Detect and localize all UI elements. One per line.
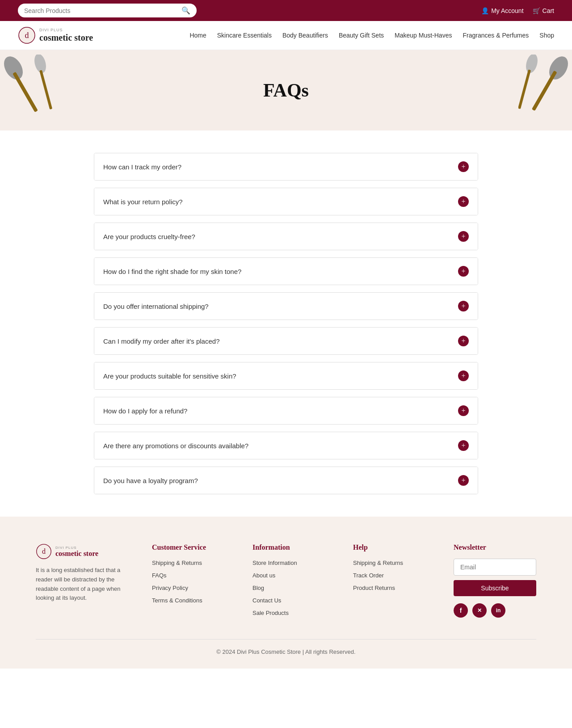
footer-tagline: It is a long established fact that a rea…	[36, 566, 134, 603]
copyright-text: © 2024 Divi Plus Cosmetic Store | All ri…	[216, 648, 355, 655]
footer-help-link[interactable]: Track Order	[353, 572, 384, 579]
faq-header[interactable]: What is your return policy?+	[94, 188, 478, 215]
svg-point-2	[0, 55, 26, 83]
faq-question: Can I modify my order after it's placed?	[103, 337, 219, 345]
faq-toggle-icon[interactable]: +	[458, 336, 469, 346]
faq-item: Are there any promotions or discounts av…	[94, 432, 478, 459]
information-links: Store InformationAbout usBlogContact UsS…	[252, 559, 335, 617]
footer-cs-link[interactable]: FAQs	[152, 572, 167, 579]
search-button[interactable]: 🔍	[181, 6, 190, 15]
footer-logo-area: d divi plus cosmetic store It is a long …	[36, 543, 134, 621]
faq-toggle-icon[interactable]: +	[458, 231, 469, 242]
footer-info-link[interactable]: Store Information	[252, 560, 297, 566]
footer-customer-service: Customer Service Shipping & ReturnsFAQsP…	[152, 543, 235, 621]
faq-header[interactable]: Do you offer international shipping?+	[94, 293, 478, 320]
faq-toggle-icon[interactable]: +	[458, 405, 469, 416]
nav-link[interactable]: Shop	[539, 32, 554, 39]
svg-text:d: d	[25, 31, 29, 40]
footer-help-link[interactable]: Product Returns	[353, 585, 395, 591]
help-links: Shipping & ReturnsTrack OrderProduct Ret…	[353, 559, 436, 592]
faq-question: Are your products suitable for sensitive…	[103, 372, 236, 380]
faq-item: Do you have a loyalty program?+	[94, 467, 478, 494]
footer-cs-link[interactable]: Terms & Conditions	[152, 597, 202, 604]
faq-toggle-icon[interactable]: +	[458, 161, 469, 172]
faq-toggle-icon[interactable]: +	[458, 196, 469, 207]
faq-toggle-icon[interactable]: +	[458, 301, 469, 311]
faq-question: Are your products cruelty-free?	[103, 233, 195, 240]
faq-item: How can I track my order?+	[94, 153, 478, 181]
svg-point-8	[524, 55, 540, 74]
footer-top: d divi plus cosmetic store It is a long …	[36, 543, 536, 621]
faq-header[interactable]: Are your products cruelty-free?+	[94, 223, 478, 250]
faq-toggle-icon[interactable]: +	[458, 440, 469, 451]
faq-toggle-icon[interactable]: +	[458, 370, 469, 381]
faq-item: What is your return policy?+	[94, 188, 478, 215]
top-bar-right: 👤 My Account 🛒 Cart	[481, 7, 554, 14]
footer-bottom: © 2024 Divi Plus Cosmetic Store | All ri…	[36, 639, 536, 655]
hero-brush-right	[492, 50, 572, 130]
customer-service-links: Shipping & ReturnsFAQsPrivacy PolicyTerm…	[152, 559, 235, 604]
help-heading: Help	[353, 543, 436, 551]
nav-links: HomeSkincare EssentialsBody BeautifiersB…	[189, 31, 554, 39]
nav-link[interactable]: Skincare Essentials	[217, 32, 272, 39]
footer-info-link[interactable]: Blog	[252, 585, 264, 591]
svg-rect-9	[518, 69, 531, 109]
site-logo[interactable]: d divi plus cosmetic store	[18, 26, 93, 44]
faq-header[interactable]: How can I track my order?+	[94, 153, 478, 180]
footer-divi-plus: divi plus	[55, 546, 98, 550]
newsletter-heading: Newsletter	[454, 543, 536, 551]
footer-logo-text: divi plus cosmetic store	[55, 546, 98, 558]
footer-cs-link[interactable]: Privacy Policy	[152, 585, 188, 591]
faq-item: Can I modify my order after it's placed?…	[94, 327, 478, 355]
faq-header[interactable]: How do I find the right shade for my ski…	[94, 258, 478, 285]
footer-help: Help Shipping & ReturnsTrack OrderProduc…	[353, 543, 436, 621]
facebook-icon[interactable]: f	[454, 603, 468, 618]
cart-link[interactable]: 🛒 Cart	[533, 7, 554, 14]
nav-link[interactable]: Beauty Gift Sets	[339, 32, 384, 39]
nav-link[interactable]: Body Beautifiers	[282, 32, 328, 39]
faq-header[interactable]: Do you have a loyalty program?+	[94, 467, 478, 494]
footer-information: Information Store InformationAbout usBlo…	[252, 543, 335, 621]
nav-link[interactable]: Fragrances & Perfumes	[463, 32, 529, 39]
search-form[interactable]: 🔍	[18, 4, 197, 17]
hero-title: FAQs	[263, 80, 309, 101]
faq-question: Do you offer international shipping?	[103, 303, 209, 310]
svg-rect-5	[39, 70, 52, 109]
footer-cs-link[interactable]: Shipping & Returns	[152, 560, 202, 566]
brush-left-svg	[0, 55, 54, 126]
faq-question: Do you have a loyalty program?	[103, 477, 198, 484]
twitter-x-icon[interactable]: ✕	[472, 603, 487, 618]
footer-info-link[interactable]: Contact Us	[252, 597, 281, 604]
footer-info-link[interactable]: Sale Products	[252, 610, 289, 616]
faq-toggle-icon[interactable]: +	[458, 266, 469, 277]
faq-item: Are your products cruelty-free?+	[94, 223, 478, 250]
search-input[interactable]	[24, 7, 181, 14]
faq-question: What is your return policy?	[103, 198, 183, 206]
faq-question: How do I apply for a refund?	[103, 407, 187, 415]
hero-section: FAQs	[0, 50, 572, 130]
top-bar: 🔍 👤 My Account 🛒 Cart	[0, 0, 572, 21]
faq-toggle-icon[interactable]: +	[458, 475, 469, 486]
my-account-link[interactable]: 👤 My Account	[481, 7, 523, 14]
footer-info-link[interactable]: About us	[252, 572, 275, 579]
svg-text:d: d	[42, 547, 46, 555]
faq-item: Do you offer international shipping?+	[94, 292, 478, 320]
faq-header[interactable]: Are there any promotions or discounts av…	[94, 432, 478, 459]
nav-link[interactable]: Home	[189, 32, 206, 39]
subscribe-button[interactable]: Subscribe	[454, 580, 536, 596]
cart-icon: 🛒	[533, 7, 540, 14]
main-nav: d divi plus cosmetic store HomeSkincare …	[0, 21, 572, 50]
social-icons: f ✕ in	[454, 603, 536, 618]
faq-header[interactable]: Are your products suitable for sensitive…	[94, 362, 478, 389]
logo-divi-plus: divi plus	[39, 28, 93, 33]
logo-text: divi plus cosmetic store	[39, 28, 93, 42]
faq-question: How do I find the right shade for my ski…	[103, 268, 241, 275]
nav-link[interactable]: Makeup Must-Haves	[395, 32, 452, 39]
faq-header[interactable]: Can I modify my order after it's placed?…	[94, 328, 478, 354]
footer-help-link[interactable]: Shipping & Returns	[353, 560, 403, 566]
newsletter-email-input[interactable]	[454, 559, 536, 576]
faq-question: Are there any promotions or discounts av…	[103, 442, 248, 450]
logo-cosmetic-store: cosmetic store	[39, 33, 93, 42]
linkedin-icon[interactable]: in	[491, 603, 505, 618]
faq-header[interactable]: How do I apply for a refund?+	[94, 397, 478, 424]
